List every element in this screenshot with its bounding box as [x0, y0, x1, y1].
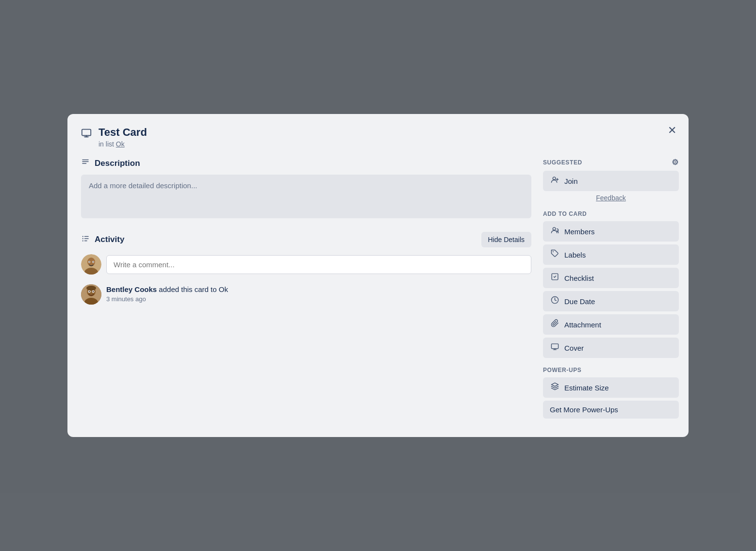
modal-overlay[interactable]: ✕ Test Card in list Ok: [0, 0, 756, 551]
card-list-info: in list Ok: [99, 140, 147, 148]
attachment-button[interactable]: Attachment: [543, 314, 679, 335]
activity-time: 3 minutes ago: [106, 295, 228, 303]
labels-label: Labels: [564, 251, 586, 259]
svg-rect-0: [82, 129, 91, 135]
svg-point-8: [82, 238, 83, 239]
svg-point-27: [553, 177, 556, 180]
svg-point-24: [89, 291, 90, 292]
current-user-avatar: [81, 254, 101, 275]
power-ups-label: POWER-UPS: [543, 367, 679, 373]
card-icon: [81, 128, 92, 141]
svg-rect-9: [84, 238, 89, 239]
svg-point-29: [552, 251, 553, 252]
activity-user: Bentley Cooks: [106, 285, 157, 293]
labels-button[interactable]: Labels: [543, 244, 679, 265]
svg-rect-32: [551, 344, 558, 349]
labels-icon: [550, 249, 559, 260]
card-modal: ✕ Test Card in list Ok: [67, 114, 689, 438]
cover-button[interactable]: Cover: [543, 338, 679, 358]
get-more-button[interactable]: Get More Power-Ups: [543, 401, 679, 419]
modal-header: Test Card in list Ok: [81, 126, 679, 148]
checklist-label: Checklist: [564, 274, 594, 282]
checklist-button[interactable]: Checklist: [543, 268, 679, 288]
svg-point-28: [553, 227, 556, 230]
close-button[interactable]: ✕: [663, 122, 681, 139]
hide-details-button[interactable]: Hide Details: [481, 232, 531, 247]
activity-text: Bentley Cooks added this card to Ok: [106, 284, 228, 294]
members-icon: [550, 226, 559, 237]
members-label: Members: [564, 227, 595, 236]
description-box[interactable]: Add a more detailed description...: [81, 175, 531, 218]
get-more-label: Get More Power-Ups: [550, 405, 618, 414]
svg-rect-4: [82, 162, 89, 162]
svg-rect-3: [82, 160, 89, 161]
description-placeholder: Add a more detailed description...: [89, 181, 197, 190]
description-section: Description Add a more detailed descript…: [81, 158, 531, 218]
estimate-size-button[interactable]: Estimate Size: [543, 377, 679, 398]
cover-label: Cover: [564, 344, 584, 352]
svg-point-17: [89, 261, 90, 262]
checklist-icon: [550, 273, 559, 283]
due-date-icon: [550, 296, 559, 307]
join-icon: [550, 176, 559, 186]
modal-body: Description Add a more detailed descript…: [81, 158, 679, 421]
activity-section: Activity Hide Details: [81, 232, 531, 305]
join-button[interactable]: Join: [543, 171, 679, 191]
svg-rect-11: [84, 241, 87, 242]
cover-icon: [550, 342, 559, 353]
svg-point-10: [82, 240, 83, 241]
attachment-icon: [550, 319, 559, 330]
comment-input[interactable]: [106, 255, 531, 274]
estimate-size-icon: [550, 382, 559, 393]
svg-rect-7: [84, 236, 89, 237]
svg-point-25: [93, 291, 94, 292]
activity-title: Activity: [95, 235, 124, 244]
activity-item: Bentley Cooks added this card to Ok 3 mi…: [81, 284, 531, 305]
list-link[interactable]: Ok: [116, 140, 125, 148]
due-date-label: Due Date: [564, 297, 595, 306]
svg-point-26: [86, 286, 96, 291]
members-button[interactable]: Members: [543, 221, 679, 242]
attachment-label: Attachment: [564, 321, 601, 329]
estimate-size-label: Estimate Size: [564, 384, 609, 392]
description-icon: [81, 158, 90, 169]
bentley-avatar: [81, 284, 101, 305]
card-title: Test Card: [99, 126, 147, 140]
add-to-card-label: ADD TO CARD: [543, 211, 679, 217]
feedback-link[interactable]: Feedback: [543, 194, 679, 202]
svg-point-6: [82, 236, 83, 237]
activity-action: added this card to Ok: [157, 285, 228, 293]
svg-point-18: [93, 261, 94, 262]
activity-icon: [81, 234, 90, 245]
gear-icon[interactable]: ⚙: [672, 158, 679, 167]
suggested-label: SUGGESTED ⚙: [543, 158, 679, 167]
svg-rect-5: [82, 163, 86, 164]
sidebar: SUGGESTED ⚙ Join Feedback: [543, 158, 679, 421]
due-date-button[interactable]: Due Date: [543, 291, 679, 311]
description-title: Description: [95, 159, 140, 168]
comment-row: [81, 254, 531, 275]
join-label: Join: [564, 177, 578, 185]
main-content: Description Add a more detailed descript…: [81, 158, 531, 421]
